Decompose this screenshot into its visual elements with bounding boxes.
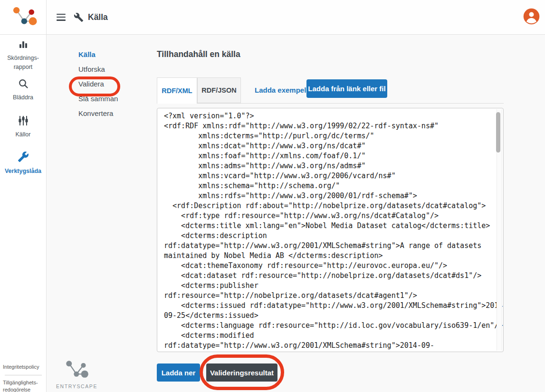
subnav-item-explore[interactable]: Utforska: [78, 64, 118, 74]
wrench-icon: [1, 151, 45, 164]
sidebar-item-label: Verktygslåda: [1, 167, 45, 176]
wrench-icon: [74, 12, 84, 22]
privacy-policy-link[interactable]: Integritetspolicy: [0, 363, 46, 371]
sidebar-item-label: Bläddra: [1, 93, 45, 102]
sidebar-item-sources[interactable]: Källor: [0, 115, 46, 139]
accessibility-statement-link[interactable]: Tillgänglighets-redogörelse: [0, 379, 46, 392]
sliders-icon: [1, 115, 45, 128]
sidebar-item-label: Källor: [1, 130, 45, 139]
entryscape-gray-logo: [62, 360, 89, 381]
entryscape-logo[interactable]: [0, 0, 46, 35]
editor-scrollbar[interactable]: [497, 109, 502, 351]
source-code-editor[interactable]: <?xml version="1.0"?> <rdf:RDF xmlns:rdf…: [157, 108, 504, 352]
sidebar-item-browse[interactable]: Bläddra: [0, 78, 46, 102]
tab-rdf-json[interactable]: RDF/JSON: [197, 77, 241, 103]
subnav-item-validate[interactable]: Validera: [78, 79, 118, 89]
footer-divider: [5, 375, 42, 375]
subnav-item-merge[interactable]: Slå samman: [78, 94, 118, 104]
brand-name: ENTRYSCAPE: [56, 383, 95, 389]
sidebar-item-harvest-report[interactable]: Skördnings-rapport: [0, 40, 46, 72]
hamburger-menu-icon[interactable]: [57, 14, 66, 21]
download-button[interactable]: Ladda ner: [157, 363, 200, 382]
tab-rdf-xml[interactable]: RDF/XML: [157, 77, 197, 104]
entryscape-footer-brand: ENTRYSCAPE: [56, 360, 95, 389]
top-bar: Källa: [47, 0, 545, 35]
user-avatar-icon[interactable]: [523, 8, 540, 25]
sidebar-item-label: Skördnings-rapport: [1, 54, 45, 72]
load-from-link-button[interactable]: Ladda från länk eller fil: [306, 79, 387, 98]
subnav: Källa Utforska Validera Slå samman Konve…: [78, 49, 118, 123]
subnav-item-source[interactable]: Källa: [78, 49, 118, 59]
section-heading: Tillhandahåll en källa: [157, 49, 240, 59]
load-example-link[interactable]: Ladda exempel: [255, 86, 306, 94]
bar-chart-icon: [1, 40, 45, 51]
page-title: Källa: [88, 12, 108, 22]
subnav-item-convert[interactable]: Konvertera: [78, 108, 118, 118]
search-icon: [1, 78, 45, 91]
editor-scrollbar-thumb[interactable]: [496, 112, 500, 153]
source-code-content[interactable]: <?xml version="1.0"?> <rdf:RDF xmlns:rdf…: [164, 111, 503, 351]
sidebar: Skördnings-rapport Bläddra Källor: [0, 0, 47, 392]
tabs-baseline: [157, 103, 504, 104]
sidebar-item-toolbox[interactable]: Verktygslåda: [0, 151, 46, 176]
sidebar-footer: Integritetspolicy Tillgänglighets-redogö…: [0, 363, 46, 392]
validation-results-button[interactable]: Valideringsresultat: [206, 363, 277, 382]
